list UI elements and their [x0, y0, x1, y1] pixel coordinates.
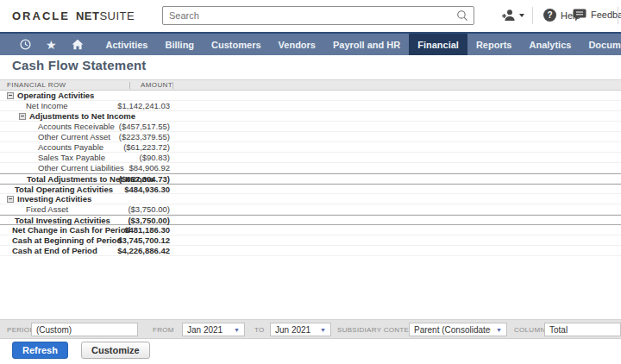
table-row: Adjustments to Net Income	[0, 111, 621, 122]
table-row: Accounts Payable($61,223.72)	[0, 142, 621, 153]
row-amount: ($657,304.73)	[119, 174, 170, 183]
table-row: Other Current Asset($223,379.55)	[0, 132, 621, 142]
home-icon[interactable]	[72, 39, 84, 50]
row-amount: ($3,750.00)	[128, 204, 170, 214]
nav-item-activities[interactable]: Activities	[97, 34, 157, 55]
customize-button[interactable]: Customize	[81, 342, 150, 359]
topbar: ORACLENETSUITE ? Help Feedback	[0, 0, 621, 32]
row-label: Cash at Beginning of Period	[12, 235, 122, 245]
global-search	[162, 6, 474, 25]
nav-menu: ActivitiesBillingCustomersVendorsPayroll…	[97, 34, 621, 55]
nav-item-reports[interactable]: Reports	[467, 34, 521, 55]
from-value: Jan 2021	[187, 325, 223, 335]
filter-bar: PERIOD FROM Jan 2021 TO Jun 2021 SUBSIDI…	[0, 319, 621, 339]
nav-icon-group: ★	[20, 34, 84, 55]
column-header-financial-row[interactable]: FINANCIAL ROW	[7, 81, 66, 90]
nav-item-vendors[interactable]: Vendors	[270, 34, 324, 55]
table-body: Operating ActivitiesNet Income$1,142,241…	[0, 91, 621, 256]
table-row: Total Operating Activities$484,936.30	[0, 184, 621, 194]
to-label: TO	[254, 326, 265, 334]
row-label: Accounts Receivable	[38, 122, 115, 131]
table-row: Net Income$1,142,241.03	[0, 101, 621, 111]
row-label: Net Change in Cash for Period	[12, 225, 130, 235]
table-row: Net Change in Cash for Period$481,186.30	[0, 225, 621, 235]
column-divider	[129, 82, 130, 89]
column-input[interactable]	[544, 323, 621, 336]
netsuite-app: ORACLENETSUITE ? Help Feedback	[0, 0, 621, 364]
row-label: Total Investing Activities	[15, 216, 110, 225]
nav-item-financial[interactable]: Financial	[409, 34, 467, 55]
row-label: Accounts Payable	[38, 142, 104, 152]
table-row: Cash at End of Period$4,226,886.42	[0, 246, 621, 256]
search-icon[interactable]	[456, 9, 474, 22]
row-label: Adjustments to Net Income	[29, 111, 135, 121]
column-header-amount[interactable]: AMOUNT	[141, 81, 172, 90]
to-select[interactable]: Jun 2021	[270, 323, 331, 336]
row-amount: ($61,223.72)	[123, 142, 170, 152]
row-label: Total Operating Activities	[15, 185, 113, 194]
table-row: Sales Tax Payable($90.83)	[0, 153, 621, 163]
column-label: COLUMN	[514, 326, 545, 334]
to-value: Jun 2021	[275, 325, 310, 335]
subsidiary-context-select[interactable]: Parent (Consolidated)	[409, 323, 507, 336]
collapse-icon[interactable]	[7, 92, 14, 99]
page-title: Cash Flow Statement	[12, 58, 147, 72]
nav-item-analytics[interactable]: Analytics	[520, 34, 580, 55]
feedback-button[interactable]: Feedback	[573, 9, 621, 21]
refresh-button[interactable]: Refresh	[12, 342, 68, 359]
topbar-divider	[532, 7, 533, 24]
table-row: Investing Activities	[0, 194, 621, 204]
row-amount: ($457,517.55)	[119, 122, 170, 131]
nav-item-customers[interactable]: Customers	[203, 34, 269, 55]
table-row: Total Investing Activities($3,750.00)	[0, 215, 621, 225]
table-row: Total Adjustments to Net Income($657,304…	[0, 173, 621, 184]
row-label: Net Income	[26, 101, 68, 110]
logo-net-text: NET	[76, 9, 100, 22]
nav-item-documents[interactable]: Documents	[580, 34, 621, 55]
feedback-label: Feedback	[591, 9, 621, 20]
help-icon: ?	[543, 9, 556, 22]
logo-suite-text: SUITE	[99, 9, 135, 22]
subsidiary-context-value: Parent (Consolidated)	[414, 325, 491, 335]
table-header: FINANCIAL ROW AMOUNT	[0, 79, 621, 91]
row-amount: $484,936.30	[124, 185, 170, 193]
row-label: Cash at End of Period	[12, 246, 97, 255]
user-add-icon[interactable]	[501, 8, 516, 26]
row-amount: ($3,750.00)	[128, 216, 170, 224]
from-label: FROM	[153, 326, 174, 334]
row-label: Fixed Asset	[26, 204, 68, 214]
row-label: Other Current Liabilities	[38, 163, 124, 173]
row-label: Operating Activities	[17, 91, 94, 100]
row-amount: $3,745,700.12	[117, 235, 170, 245]
row-label: Sales Tax Payable	[38, 153, 105, 162]
collapse-icon[interactable]	[7, 196, 14, 203]
action-buttons: Refresh Customize	[12, 342, 150, 359]
collapse-icon[interactable]	[19, 113, 26, 120]
period-input[interactable]	[31, 323, 138, 336]
logo-oracle-text: ORACLE	[12, 9, 70, 22]
table-row: Fixed Asset($3,750.00)	[0, 204, 621, 215]
from-select[interactable]: Jan 2021	[182, 323, 245, 336]
nav-item-payroll-and-hr[interactable]: Payroll and HR	[324, 34, 409, 55]
main-navbar: ★ ActivitiesBillingCustomersVendorsPayro…	[0, 32, 621, 55]
caret-down-icon[interactable]	[519, 14, 524, 17]
row-amount: ($223,379.55)	[119, 132, 170, 141]
feedback-icon	[573, 9, 586, 21]
table-row: Accounts Receivable($457,517.55)	[0, 122, 621, 132]
row-amount: $1,142,241.03	[117, 101, 170, 110]
oracle-netsuite-logo: ORACLENETSUITE	[12, 9, 135, 22]
nav-item-billing[interactable]: Billing	[156, 34, 203, 55]
table-row: Other Current Liabilities$84,906.92	[0, 163, 621, 173]
row-label: Other Current Asset	[38, 132, 110, 141]
row-amount: $4,226,886.42	[117, 246, 170, 255]
subsidiary-context-label: SUBSIDIARY CONTEXT	[337, 326, 418, 334]
row-label: Investing Activities	[17, 194, 91, 204]
topbar-divider-right	[618, 7, 618, 24]
table-row: Cash at Beginning of Period$3,745,700.12	[0, 235, 621, 246]
search-input[interactable]	[163, 10, 456, 21]
row-amount: $481,186.30	[124, 225, 170, 235]
row-amount: $84,906.92	[129, 163, 170, 173]
recent-records-clock-icon[interactable]	[20, 39, 31, 50]
row-amount: ($90.83)	[140, 153, 170, 162]
shortcuts-star-icon[interactable]: ★	[46, 39, 57, 51]
